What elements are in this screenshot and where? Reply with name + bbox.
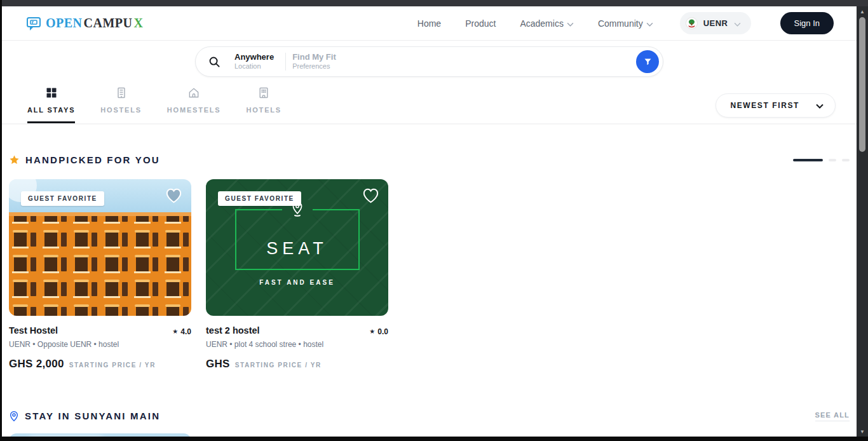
guest-favorite-badge: GUEST FAVORITE: [21, 191, 104, 206]
heart-icon[interactable]: [165, 187, 182, 203]
hostel-building-icon: [115, 86, 128, 102]
carousel-indicators: [793, 159, 850, 161]
nav-community-label: Community: [598, 18, 643, 29]
nav-product-label: Product: [465, 18, 496, 29]
card-meta: UENR • plot 4 school stree • hostel: [206, 340, 388, 349]
tab-homestels[interactable]: HOMESTELS: [167, 86, 221, 123]
category-tabs: ALL STAYS HOSTELS HOMESTELS HOTELS: [27, 86, 281, 123]
opencampux-page: OPENCAMPUX Home Product Academics Commun…: [2, 6, 857, 437]
chevron-down-icon: [646, 18, 653, 29]
heart-icon[interactable]: [362, 187, 379, 203]
scroll-down-arrow-icon[interactable]: ▼: [857, 426, 868, 437]
nav-item-academics[interactable]: Academics: [520, 18, 573, 29]
vertical-scrollbar[interactable]: ▲ ▼: [857, 6, 868, 437]
window-bottom-edge: [0, 437, 868, 441]
tab-homestels-label: HOMESTELS: [167, 106, 221, 114]
chevron-down-icon: [567, 18, 574, 29]
card-rating: ★ 0.0: [369, 327, 388, 336]
card-title: Test Hostel: [9, 325, 58, 336]
search-location-field[interactable]: Anywhere Location: [228, 52, 285, 71]
tab-hostels-label: HOSTELS: [100, 106, 142, 114]
main-nav: Home Product Academics Community: [417, 18, 653, 29]
scroll-up-arrow-icon[interactable]: ▲: [857, 6, 868, 17]
handpicked-section-header: HANDPICKED FOR YOU: [9, 154, 850, 165]
tab-hotels-label: HOTELS: [247, 106, 281, 114]
carousel-dash[interactable]: [842, 159, 850, 161]
uenr-crest-icon: [686, 17, 698, 29]
tab-hostels[interactable]: HOSTELS: [100, 86, 142, 123]
see-all-link[interactable]: SEE ALL: [815, 411, 850, 421]
tab-all-stays-label: ALL STAYS: [27, 106, 75, 114]
card-title: test 2 hostel: [206, 325, 260, 336]
price-label: STARTING PRICE / YR: [235, 362, 322, 369]
sunyani-title: STAY IN SUNYANI MAIN: [25, 410, 160, 421]
nav-item-community[interactable]: Community: [598, 18, 653, 29]
chevron-down-icon: [816, 100, 824, 111]
scrollbar-thumb[interactable]: [859, 17, 865, 152]
nav-item-home[interactable]: Home: [417, 18, 441, 29]
price-value: GHS 2,000: [9, 358, 64, 370]
seat-wordmark: SEAT: [266, 239, 328, 259]
nav-academics-label: Academics: [520, 18, 563, 29]
campus-selector[interactable]: UENR: [680, 12, 751, 34]
seat-tagline: FAST AND EASE: [259, 279, 335, 286]
hotel-building-icon: [257, 86, 270, 102]
chevron-down-icon: [734, 18, 741, 29]
rating-value: 4.0: [180, 327, 191, 336]
hostel-card-test-hostel[interactable]: GUEST FAVORITE Test Hostel ★ 4.0 UENR • …: [9, 179, 191, 370]
tab-all-stays[interactable]: ALL STAYS: [27, 86, 75, 123]
hostel-photo: GUEST FAVORITE: [9, 179, 191, 316]
sort-dropdown[interactable]: NEWEST FIRST: [715, 93, 836, 118]
card-price-row: GHS 2,000 STARTING PRICE / YR: [9, 358, 191, 370]
logo-text-campu: CAMPU: [84, 16, 133, 31]
handpicked-cards: GUEST FAVORITE Test Hostel ★ 4.0 UENR • …: [9, 179, 850, 370]
chat-bubble-logo-icon: [25, 15, 42, 32]
guest-favorite-badge: GUEST FAVORITE: [218, 191, 301, 206]
carousel-dash-active[interactable]: [793, 159, 823, 161]
home-icon: [187, 86, 200, 102]
category-tabs-row: ALL STAYS HOSTELS HOMESTELS HOTELS NEWES…: [2, 83, 857, 125]
campus-label: UENR: [703, 18, 728, 28]
find-my-fit-field[interactable]: Find My Fit Preferences: [286, 52, 348, 71]
sign-in-button[interactable]: Sign In: [780, 12, 834, 34]
search-section: Anywhere Location Find My Fit Preference…: [2, 41, 857, 83]
logo-text-open: OPEN: [46, 16, 83, 31]
main-content: HANDPICKED FOR YOU: [2, 154, 857, 437]
star-icon: ★: [172, 328, 178, 335]
location-value: Anywhere: [234, 52, 274, 62]
location-sublabel: Location: [234, 62, 274, 71]
hostel-card-test-2-hostel[interactable]: SEAT FAST AND EASE GUEST FAVORITE test 2…: [206, 179, 388, 370]
logo-text-x: X: [134, 16, 144, 31]
price-value: GHS: [206, 358, 230, 370]
carousel-dash[interactable]: [829, 159, 836, 161]
search-icon: [208, 56, 220, 68]
header: OPENCAMPUX Home Product Academics Commun…: [2, 6, 857, 41]
star-icon: [9, 154, 20, 165]
card-price-row: GHS STARTING PRICE / YR: [206, 358, 388, 370]
brand-logo[interactable]: OPENCAMPUX: [25, 15, 143, 32]
funnel-icon: [643, 57, 653, 67]
map-pin-icon: [9, 410, 19, 422]
fit-value: Find My Fit: [292, 52, 336, 62]
card-rating: ★ 4.0: [172, 327, 191, 336]
filter-button[interactable]: [636, 50, 659, 73]
nav-home-label: Home: [417, 18, 441, 29]
handpicked-title: HANDPICKED FOR YOU: [25, 154, 160, 165]
nav-item-product[interactable]: Product: [465, 18, 496, 29]
price-label: STARTING PRICE / YR: [69, 362, 156, 369]
sort-value: NEWEST FIRST: [730, 101, 799, 110]
browser-top-bar: [0, 0, 868, 6]
star-icon: ★: [369, 328, 375, 335]
fit-sublabel: Preferences: [292, 62, 336, 71]
tab-hotels[interactable]: HOTELS: [247, 86, 281, 123]
search-bar[interactable]: Anywhere Location Find My Fit Preference…: [195, 46, 663, 77]
sunyani-section-header: STAY IN SUNYANI MAIN SEE ALL: [9, 410, 850, 422]
seat-logo-frame: SEAT: [235, 209, 360, 270]
hostel-photo-seat: SEAT FAST AND EASE GUEST FAVORITE: [206, 179, 388, 316]
grid-icon: [45, 86, 58, 102]
card-meta: UENR • Opposite UENR • hostel: [9, 340, 191, 349]
rating-value: 0.0: [377, 327, 388, 336]
